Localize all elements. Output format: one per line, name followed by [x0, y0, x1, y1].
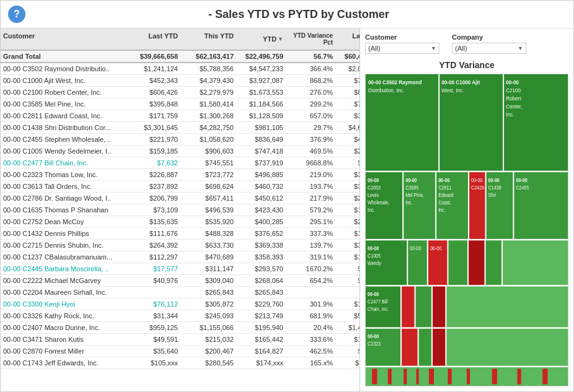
tm-cell-r5-5[interactable]	[446, 329, 568, 366]
treemap-container: 00-00 C3502 Raymond Distribution, Inc. 0…	[365, 74, 568, 386]
svg-text:Inc.: Inc.	[438, 207, 445, 213]
table-row: 00-00 C1438 Shri Distribution Cor... $3,…	[1, 122, 360, 134]
tm-cell-r5-2[interactable]	[402, 329, 417, 366]
table-row: 00-00 C2455 Stephen Wholesale, .. $221,9…	[1, 134, 360, 146]
table-row: 00-00 C2222 Michael McGarvey $40,976 $30…	[1, 275, 360, 287]
svg-text:00-00: 00-00	[368, 245, 379, 251]
grand-total-row: Grand Total $39,666,658 $62,163,417 $22,…	[1, 51, 360, 63]
table-row: 00-00 C2811 Edward Coast, Inc. $171,759 …	[1, 110, 360, 122]
main-content: Customer Last YTD This YTD YTD ▼ YTD Var…	[1, 28, 573, 391]
svg-text:00-00 C3502 Raymond: 00-00 C3502 Raymond	[368, 79, 422, 85]
table-row: 00-00 C3300 Kenji Hyoi $76,112 $305,872 …	[1, 298, 360, 310]
gt-this-ytd: $62,163,417	[180, 52, 236, 61]
gt-last-year: $60,459,927	[335, 52, 360, 61]
left-panel: Customer Last YTD This YTD YTD ▼ YTD Var…	[1, 28, 360, 391]
tm-cell-r5-4[interactable]	[433, 329, 445, 366]
col-ytd-variance[interactable]: YTD ▼	[236, 31, 286, 47]
table-row: 00-00 C3326 Kathy Rock, Inc. $31,344 $24…	[1, 310, 360, 322]
tm-cell-bot-r3	[404, 368, 407, 384]
svg-text:00-00: 00-00	[405, 177, 417, 183]
svg-text:00-00: 00-00	[438, 177, 449, 183]
company-filter-value: (All)	[455, 45, 467, 52]
svg-text:Wendy: Wendy	[368, 260, 381, 266]
tm-cell-bot-r6	[448, 368, 451, 384]
tm-cell-r4-3[interactable]	[415, 287, 431, 328]
customer-filter-select[interactable]: (All) ▼	[365, 43, 439, 54]
table-body[interactable]: Grand Total $39,666,658 $62,163,417 $22,…	[1, 51, 360, 391]
filters-row: Customer (All) ▼ Company (All) ▼	[365, 33, 568, 54]
table-row: 00-00 C1000 Ajit West, Inc. $452,343 $4,…	[1, 75, 360, 87]
svg-text:Inc.: Inc.	[368, 207, 374, 213]
svg-text:00-00: 00-00	[488, 177, 500, 183]
company-filter-select[interactable]: (All) ▼	[452, 43, 526, 54]
svg-text:Edward: Edward	[438, 192, 453, 198]
tm-cell-bot-r4	[417, 368, 419, 384]
col-last-ytd: Last YTD	[125, 31, 180, 47]
table-row: 00-00 C1432 Dennis Phillips $111,676 $48…	[1, 228, 360, 240]
tm-cell-bot-r8	[492, 368, 497, 384]
svg-text:00-00 C1000 Ajit: 00-00 C1000 Ajit	[441, 79, 480, 85]
table-row: 00-00 C3502 Raymond Distributio.. $1,241…	[1, 63, 360, 75]
table-row: 00-00 C2715 Dennis Shubin, Inc. $264,392…	[1, 240, 360, 251]
svg-text:00-00: 00-00	[516, 177, 527, 183]
svg-text:00-00: 00-00	[410, 245, 422, 251]
tm-cell-r3-4[interactable]	[448, 240, 467, 285]
svg-text:Chain, Inc.: Chain, Inc.	[368, 307, 389, 313]
tm-cell-r5-3[interactable]	[419, 329, 431, 366]
svg-text:Distribution, Inc.: Distribution, Inc.	[368, 87, 404, 94]
svg-text:00-00: 00-00	[368, 334, 379, 340]
svg-text:Coast,: Coast,	[438, 199, 451, 206]
page-title: - Sales YTD vs PYTD by Customer	[32, 8, 566, 21]
table-row: 00-00 C3613 Tall Orders, Inc. $237,892 $…	[1, 181, 360, 193]
tm-cell-r4-5[interactable]	[446, 287, 568, 328]
help-icon[interactable]: ?	[8, 6, 25, 23]
customer-filter-label: Customer	[365, 33, 439, 41]
svg-text:00-00: 00-00	[368, 177, 379, 183]
tm-cell-r3-6[interactable]	[486, 240, 501, 285]
svg-text:00-00: 00-00	[471, 177, 483, 183]
header: ? - Sales YTD vs PYTD by Customer	[1, 1, 573, 28]
svg-text:Lewis: Lewis	[368, 192, 379, 198]
svg-text:Robert: Robert	[506, 95, 521, 102]
gt-last-ytd: $39,666,658	[125, 52, 180, 61]
svg-text:C2100: C2100	[506, 87, 521, 94]
svg-text:00-00: 00-00	[430, 245, 442, 251]
table-row: 00-00 C2752 Dean McCoy $135,635 $535,920…	[1, 216, 360, 228]
tm-cell-r3-5[interactable]	[469, 240, 484, 285]
company-filter-group: Company (All) ▼	[452, 33, 526, 54]
svg-text:Inc.: Inc.	[405, 199, 412, 206]
svg-text:C1438: C1438	[488, 185, 501, 191]
tm-cell-bot-r9	[518, 368, 521, 384]
gt-ytd-variance: $22,496,759	[236, 52, 286, 61]
customer-dropdown-arrow: ▼	[431, 45, 436, 51]
svg-text:Mel Pine,: Mel Pine,	[405, 192, 424, 198]
customer-filter-value: (All)	[368, 45, 381, 52]
tm-cell-bot-r7	[467, 368, 470, 384]
table-row: 00-00 C1635 Thomas P Shanahan $73,109 $4…	[1, 204, 360, 216]
svg-text:Wholesale,: Wholesale,	[368, 199, 389, 206]
table-row: 00-00 C1237 CBalasubramanuam... $112,297…	[1, 251, 360, 263]
company-dropdown-arrow: ▼	[518, 45, 523, 51]
tm-cell-r4-4[interactable]	[433, 287, 445, 328]
tm-cell-r4-2[interactable]	[402, 287, 414, 328]
table-row: 00-00 C2870 Forrest Miller $35,640 $200,…	[1, 346, 360, 357]
col-last-year: Last Year	[335, 31, 360, 47]
treemap-svg: 00-00 C3502 Raymond Distribution, Inc. 0…	[366, 74, 568, 386]
col-ytd-variance-pct: YTD Variance Pct	[286, 31, 335, 47]
svg-text:West, Inc.: West, Inc.	[441, 87, 464, 94]
svg-text:C3585: C3585	[405, 185, 418, 191]
svg-text:C2811: C2811	[438, 185, 451, 191]
tm-cell-bot-r2	[388, 368, 392, 384]
table-row: 00-00 C2445 Barbara Moscirella, .. $17,5…	[1, 263, 360, 275]
sort-icon: ▼	[278, 36, 283, 42]
table-row: 00-00 C3585 Mel Pine, Inc. $395,848 $1,5…	[1, 98, 360, 110]
svg-text:C2053: C2053	[368, 185, 381, 191]
table-row: 00-00 C1005 Wendy Sedelmeier, I.. $159,1…	[1, 146, 360, 157]
table-row: 00-00 C3471 Sharon Kutis $49,591 $215,03…	[1, 334, 360, 346]
svg-text:C2323: C2323	[368, 341, 381, 347]
svg-text:C2455: C2455	[516, 185, 529, 191]
table-row: 00-00 C2407 Macro Dunne, Inc. $959,125 $…	[1, 322, 360, 334]
table-row: 00-00 C2100 Robert Center, Inc. $606,426…	[1, 87, 360, 98]
tm-cell-r3-7[interactable]	[503, 240, 568, 285]
tm-cell-bot-r10	[542, 368, 547, 384]
